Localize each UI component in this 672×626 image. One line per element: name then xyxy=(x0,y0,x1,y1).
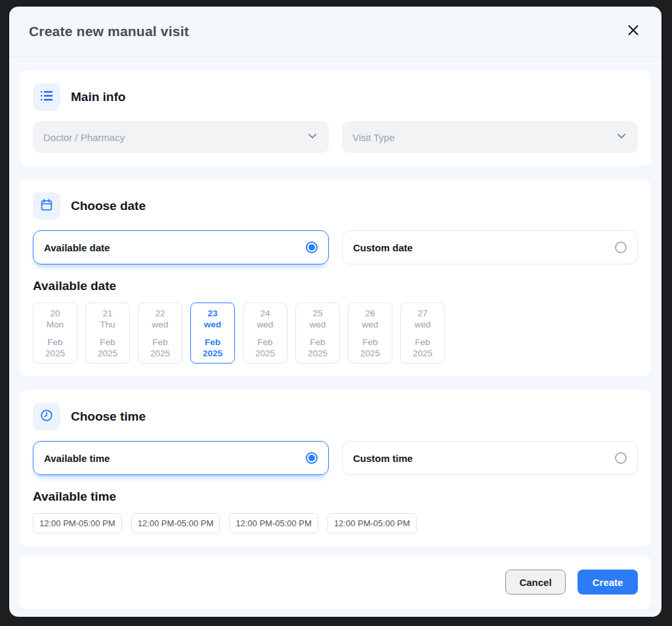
time-slot[interactable]: 12:00 PM-05:00 PM xyxy=(33,513,122,533)
create-manual-visit-dialog: Create new manual visit Main info Doctor… xyxy=(9,7,662,617)
clock-icon xyxy=(39,408,54,425)
date-day: 23 xyxy=(207,308,217,319)
date-weekday: Mon xyxy=(47,319,64,330)
date-day: 27 xyxy=(417,308,427,319)
date-month: Feb xyxy=(152,337,167,348)
custom-time-option[interactable]: Custom time xyxy=(342,441,638,475)
custom-date-label: Custom date xyxy=(353,242,413,253)
date-year: 2025 xyxy=(360,348,380,359)
date-month: Feb xyxy=(257,337,272,348)
date-day: 25 xyxy=(312,308,322,319)
date-weekday: wed xyxy=(204,319,221,330)
date-day: 24 xyxy=(260,308,270,319)
date-card[interactable]: 20MonFeb2025 xyxy=(33,303,77,364)
time-slot[interactable]: 12:00 PM-05:00 PM xyxy=(131,513,220,533)
choose-date-header: Choose date xyxy=(33,192,638,220)
date-card[interactable]: 26wedFeb2025 xyxy=(348,303,392,364)
date-card-list: 20MonFeb202521ThuFeb202522wedFeb202523we… xyxy=(33,303,638,364)
main-info-icon-box xyxy=(33,83,60,111)
main-info-fields: Doctor / Pharmacy Visit Type xyxy=(33,121,638,153)
visit-type-select[interactable]: Visit Type xyxy=(342,121,638,153)
date-month: Feb xyxy=(415,337,430,348)
date-year: 2025 xyxy=(98,348,117,359)
date-year: 2025 xyxy=(203,348,222,359)
custom-time-label: Custom time xyxy=(353,453,413,464)
date-year: 2025 xyxy=(308,348,327,359)
date-month: Feb xyxy=(205,337,220,348)
date-month: Feb xyxy=(362,337,377,348)
available-time-option[interactable]: Available time xyxy=(33,441,329,475)
choose-date-icon-box xyxy=(33,192,60,220)
radio-unselected-icon xyxy=(615,241,627,253)
dialog-body: Main info Doctor / Pharmacy Visit Type xyxy=(9,70,662,609)
date-month: Feb xyxy=(47,337,62,348)
choose-time-header: Choose time xyxy=(33,403,638,430)
choose-time-section: Choose time Available time Custom time A… xyxy=(20,390,651,547)
time-slot[interactable]: 12:00 PM-05:00 PM xyxy=(229,513,318,533)
chevron-down-icon xyxy=(616,130,627,144)
date-weekday: wed xyxy=(310,319,326,330)
time-slot-list: 12:00 PM-05:00 PM12:00 PM-05:00 PM12:00 … xyxy=(33,513,638,533)
date-month: Feb xyxy=(310,337,325,348)
date-card[interactable]: 21ThuFeb2025 xyxy=(85,303,130,364)
date-day: 21 xyxy=(102,308,112,319)
doctor-pharmacy-select[interactable]: Doctor / Pharmacy xyxy=(33,121,329,153)
available-time-subtitle: Available time xyxy=(33,490,638,504)
close-button[interactable] xyxy=(625,23,642,40)
choose-time-icon-box xyxy=(33,403,60,430)
available-time-label: Available time xyxy=(44,453,110,464)
date-weekday: wed xyxy=(257,319,274,330)
main-info-header: Main info xyxy=(33,83,638,111)
main-info-title: Main info xyxy=(71,90,125,104)
date-weekday: wed xyxy=(362,319,379,330)
available-date-subtitle: Available date xyxy=(33,279,638,293)
date-card[interactable]: 24wedFeb2025 xyxy=(243,303,287,364)
date-mode-options: Available date Custom date xyxy=(33,230,638,264)
date-day: 26 xyxy=(365,308,375,319)
list-icon xyxy=(39,88,54,106)
create-button[interactable]: Create xyxy=(578,570,638,595)
date-card[interactable]: 23wedFeb2025 xyxy=(190,303,235,364)
dialog-title: Create new manual visit xyxy=(29,24,189,39)
date-day: 22 xyxy=(155,308,165,319)
close-icon xyxy=(626,23,640,40)
radio-selected-icon xyxy=(306,241,318,253)
date-year: 2025 xyxy=(150,348,170,359)
date-card[interactable]: 25wedFeb2025 xyxy=(295,303,340,364)
visit-type-placeholder: Visit Type xyxy=(352,132,394,143)
choose-date-title: Choose date xyxy=(71,199,146,213)
custom-date-option[interactable]: Custom date xyxy=(342,230,638,264)
dialog-footer: Cancel Create xyxy=(20,555,651,609)
radio-selected-icon xyxy=(306,452,318,464)
available-date-label: Available date xyxy=(44,242,110,253)
date-year: 2025 xyxy=(413,348,432,359)
cancel-button[interactable]: Cancel xyxy=(505,570,566,595)
doctor-pharmacy-placeholder: Doctor / Pharmacy xyxy=(43,132,125,143)
main-info-section: Main info Doctor / Pharmacy Visit Type xyxy=(20,70,651,166)
date-day: 20 xyxy=(50,308,60,319)
choose-time-title: Choose time xyxy=(71,409,146,424)
date-year: 2025 xyxy=(255,348,275,359)
date-card[interactable]: 27wedFeb2025 xyxy=(400,303,445,364)
date-weekday: wed xyxy=(152,319,169,330)
radio-unselected-icon xyxy=(615,452,627,464)
date-weekday: Thu xyxy=(100,319,115,330)
time-slot[interactable]: 12:00 PM-05:00 PM xyxy=(327,513,417,533)
choose-date-section: Choose date Available date Custom date A… xyxy=(20,179,651,377)
date-card[interactable]: 22wedFeb2025 xyxy=(138,303,182,364)
date-month: Feb xyxy=(100,337,115,348)
chevron-down-icon xyxy=(306,130,318,144)
calendar-icon xyxy=(39,198,54,215)
dialog-header: Create new manual visit xyxy=(9,7,662,57)
date-year: 2025 xyxy=(45,348,65,359)
time-mode-options: Available time Custom time xyxy=(33,441,638,475)
available-date-option[interactable]: Available date xyxy=(33,230,329,264)
date-weekday: wed xyxy=(415,319,431,330)
